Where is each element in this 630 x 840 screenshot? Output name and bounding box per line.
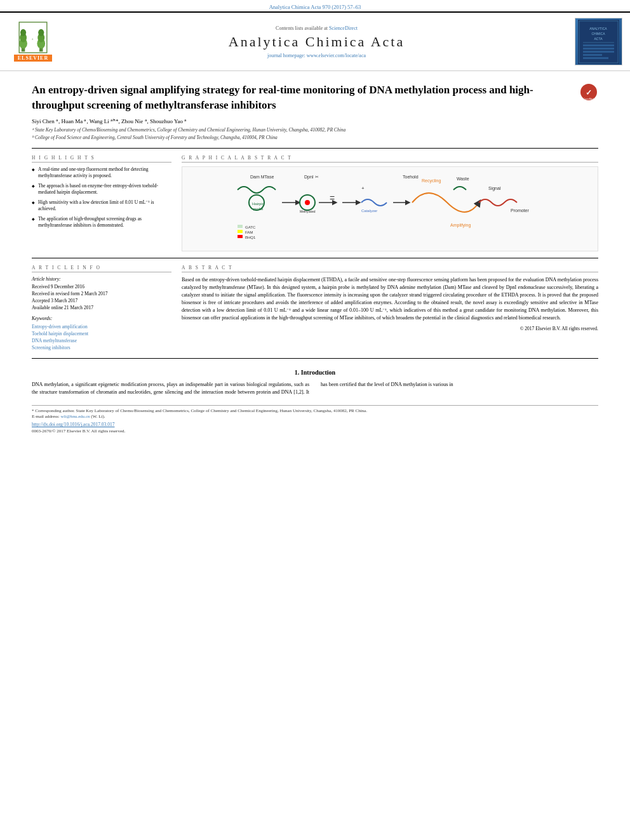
accepted-date: Accepted 3 March 2017 xyxy=(32,297,171,304)
highlight-item-2: The approach is based on enzyme-free ent… xyxy=(32,183,171,196)
svg-point-31 xyxy=(305,200,310,205)
svg-text:Recycling: Recycling xyxy=(422,178,441,183)
highlight-item-3: High sensitivity with a low detection li… xyxy=(32,199,171,213)
keywords-title: Keywords: xyxy=(32,316,171,321)
email-line: E-mail address: wli@hnu.edu.cn (W. Li). xyxy=(32,414,598,419)
introduction-section: 1. Introduction DNA methylation, a signi… xyxy=(32,369,598,396)
received-date: Received 9 December 2016 xyxy=(32,283,171,290)
homepage-url[interactable]: www.elsevier.com/locate/aca xyxy=(307,53,366,58)
svg-text:Hairpin: Hairpin xyxy=(252,202,264,206)
sciencedirect-prefix: Contents lists available at xyxy=(276,25,329,31)
svg-text:BHQ1: BHQ1 xyxy=(245,236,256,239)
corresponding-note: * Corresponding author. State Key Labora… xyxy=(32,408,598,415)
svg-text:CrossMark: CrossMark xyxy=(584,98,594,100)
elsevier-tree-icon: A xyxy=(17,22,49,53)
keywords-section: Keywords: Entropy-driven amplification T… xyxy=(32,316,171,352)
available-date: Available online 21 March 2017 xyxy=(32,304,171,311)
svg-text:+: + xyxy=(361,185,365,191)
sciencedirect-line: Contents lists available at ScienceDirec… xyxy=(64,25,570,31)
email-prefix: E-mail address: xyxy=(32,414,61,419)
journal-header: A ELSEVIER Contents lists available at S… xyxy=(0,11,630,71)
intro-text: DNA methylation, a significant epigeneti… xyxy=(32,381,598,396)
svg-text:Toehold: Toehold xyxy=(403,175,419,179)
top-bar: Analytica Chimica Acta 970 (2017) 57–63 xyxy=(0,0,630,11)
svg-rect-49 xyxy=(238,235,243,238)
svg-text:Dam MTase: Dam MTase xyxy=(250,175,274,179)
authors-line: Siyi Chen ᵃ, Huan Ma ᵃ, Wang Li ᵃʰ*, Zho… xyxy=(32,118,598,124)
elsevier-label-text: ELSEVIER xyxy=(14,55,52,62)
svg-rect-18 xyxy=(583,51,614,53)
aca-logo: ANALYTICA CHIMICA ACTA xyxy=(575,18,622,65)
intro-heading: 1. Introduction xyxy=(32,369,598,376)
doi-link[interactable]: http://dx.doi.org/10.1016/j.aca.2017.03.… xyxy=(32,422,598,427)
graphical-abstract-diagram: Dam MTase Hairpin probe xyxy=(182,166,598,251)
divider-1 xyxy=(32,148,598,149)
article-title: An entropy-driven signal amplifying stra… xyxy=(32,83,573,113)
svg-text:CHIMICA: CHIMICA xyxy=(591,32,605,36)
highlights-graphical-row: H I G H L I G H T S A real-time and one-… xyxy=(32,155,598,251)
homepage-line: journal homepage: www.elsevier.com/locat… xyxy=(64,53,570,58)
aca-logo-box: ANALYTICA CHIMICA ACTA xyxy=(575,18,622,65)
svg-text:Amplifying: Amplifying xyxy=(450,223,471,228)
journal-title: Analytica Chimica Acta xyxy=(64,34,570,50)
main-content: An entropy-driven signal amplifying stra… xyxy=(0,71,630,440)
affiliation-b: ᵇ College of Food Science and Engineerin… xyxy=(32,135,598,142)
divider-3 xyxy=(32,358,598,359)
crossmark-badge: ✓ CrossMark xyxy=(579,83,598,102)
svg-text:Signal: Signal xyxy=(488,186,501,191)
svg-text:=: = xyxy=(330,193,335,203)
highlights-section: H I G H L I G H T S A real-time and one-… xyxy=(32,155,171,251)
svg-text:Waste: Waste xyxy=(457,177,469,181)
abstract-text: Based on the entropy-driven toehold-medi… xyxy=(182,276,598,322)
revised-date: Received in revised form 2 March 2017 xyxy=(32,290,171,297)
graphical-abstract-section: G R A P H I C A L A B S T R A C T Dam MT… xyxy=(182,155,598,251)
svg-text:DpnI ✂: DpnI ✂ xyxy=(304,175,319,180)
keyword-1: Entropy-driven amplification xyxy=(32,323,171,330)
elsevier-logo: A ELSEVIER xyxy=(8,22,58,62)
svg-point-7 xyxy=(38,29,44,36)
graphical-abstract-heading: G R A P H I C A L A B S T R A C T xyxy=(182,155,598,163)
svg-rect-47 xyxy=(238,230,243,233)
svg-rect-20 xyxy=(583,57,608,59)
article-history: Article history: Received 9 December 201… xyxy=(32,276,171,312)
journal-center: Contents lists available at ScienceDirec… xyxy=(64,25,570,58)
article-info-heading: A R T I C L E I N F O xyxy=(32,265,171,272)
abstract-section: A B S T R A C T Based on the entropy-dri… xyxy=(182,265,598,352)
svg-text:GATC: GATC xyxy=(245,225,256,229)
svg-rect-16 xyxy=(583,44,614,46)
journal-reference: Analytica Chimica Acta 970 (2017) 57–63 xyxy=(269,4,361,10)
history-title: Article history: xyxy=(32,276,171,282)
highlights-heading: H I G H L I G H T S xyxy=(32,155,171,163)
svg-rect-19 xyxy=(583,54,602,56)
email-link[interactable]: wli@hnu.edu.cn xyxy=(61,414,90,419)
svg-text:ANALYTICA: ANALYTICA xyxy=(589,27,607,30)
svg-text:Methylated: Methylated xyxy=(300,210,316,213)
svg-text:Catalyzer: Catalyzer xyxy=(361,209,377,213)
svg-text:A: A xyxy=(32,38,34,41)
issn-copyright: 0003-2670/© 2017 Elsevier B.V. All right… xyxy=(32,429,598,434)
svg-text:Promoter: Promoter xyxy=(511,208,529,213)
divider-2 xyxy=(32,258,598,258)
svg-rect-45 xyxy=(238,225,243,228)
copyright-line: © 2017 Elsevier B.V. All rights reserved… xyxy=(182,326,598,331)
svg-point-3 xyxy=(20,29,26,36)
keyword-4: Screening inhibitors xyxy=(32,344,171,351)
email-suffix: (W. Li). xyxy=(90,414,105,419)
highlight-item-4: The application of high-throughput scree… xyxy=(32,216,171,229)
info-abstract-row: A R T I C L E I N F O Article history: R… xyxy=(32,265,598,352)
article-title-section: An entropy-driven signal amplifying stra… xyxy=(32,77,598,113)
svg-text:probe: probe xyxy=(253,207,264,211)
keyword-2: Toehold hairpin displacement xyxy=(32,330,171,337)
affiliation-a: ᵃ State Key Laboratory of Chemo/Biosensi… xyxy=(32,127,598,134)
abstract-heading: A B S T R A C T xyxy=(182,265,598,272)
svg-rect-17 xyxy=(583,48,614,50)
sciencedirect-link[interactable]: ScienceDirect xyxy=(329,25,358,31)
footnote-section: * Corresponding author. State Key Labora… xyxy=(32,405,598,434)
intro-title: Introduction xyxy=(301,369,335,376)
article-info-section: A R T I C L E I N F O Article history: R… xyxy=(32,265,171,352)
highlight-item-1: A real-time and one-step fluorescent met… xyxy=(32,166,171,180)
svg-text:✓: ✓ xyxy=(586,88,592,97)
highlights-list: A real-time and one-step fluorescent met… xyxy=(32,166,171,229)
intro-number: 1. xyxy=(295,369,300,376)
svg-text:ACTA: ACTA xyxy=(594,37,603,41)
